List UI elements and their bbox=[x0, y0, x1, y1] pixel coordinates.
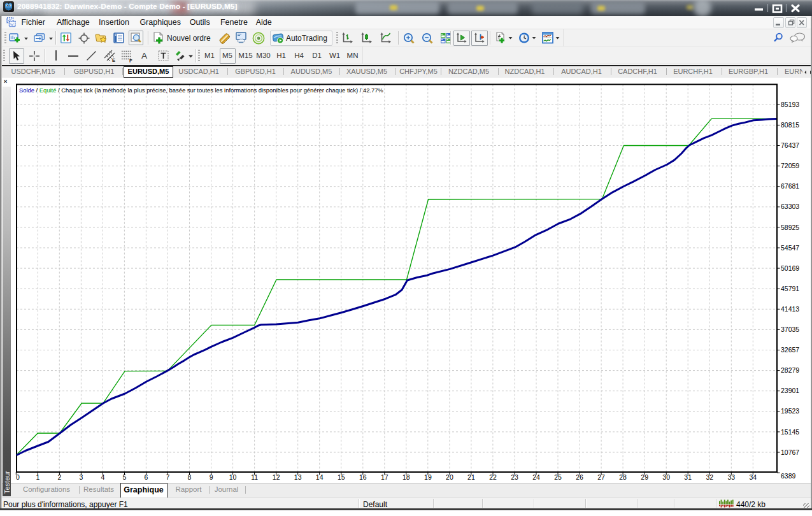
svg-text:7: 7 bbox=[166, 473, 170, 481]
svg-text:1: 1 bbox=[36, 473, 39, 481]
svg-text:37035: 37035 bbox=[781, 326, 799, 333]
svg-text:6389: 6389 bbox=[781, 472, 796, 480]
svg-text:22: 22 bbox=[489, 473, 497, 481]
svg-text:13: 13 bbox=[294, 473, 302, 481]
svg-text:6: 6 bbox=[145, 473, 148, 481]
svg-text:23901: 23901 bbox=[781, 387, 799, 394]
svg-text:E: E bbox=[112, 57, 115, 62]
svg-text:15145: 15145 bbox=[781, 428, 799, 436]
svg-text:8: 8 bbox=[188, 473, 192, 481]
svg-text:19523: 19523 bbox=[781, 407, 799, 415]
svg-text:29: 29 bbox=[641, 473, 648, 481]
svg-text:45791: 45791 bbox=[781, 285, 799, 292]
svg-text:54547: 54547 bbox=[781, 244, 799, 252]
svg-text:10767: 10767 bbox=[781, 448, 799, 456]
svg-text:34: 34 bbox=[749, 473, 757, 481]
svg-text:16: 16 bbox=[359, 473, 367, 481]
svg-text:26: 26 bbox=[576, 473, 583, 481]
svg-text:76437: 76437 bbox=[781, 141, 799, 149]
svg-text:33: 33 bbox=[727, 473, 735, 481]
svg-text:50169: 50169 bbox=[781, 264, 799, 272]
svg-text:23: 23 bbox=[511, 473, 518, 481]
svg-text:17: 17 bbox=[381, 473, 388, 481]
svg-text:32657: 32657 bbox=[781, 346, 799, 354]
svg-text:28279: 28279 bbox=[781, 366, 799, 374]
svg-text:32: 32 bbox=[706, 473, 713, 481]
svg-text:80815: 80815 bbox=[781, 121, 799, 129]
svg-text:12: 12 bbox=[273, 473, 280, 481]
svg-text:20: 20 bbox=[446, 473, 453, 481]
svg-text:24: 24 bbox=[532, 473, 540, 481]
svg-text:31: 31 bbox=[684, 473, 692, 481]
svg-text:4: 4 bbox=[101, 473, 104, 481]
svg-text:67681: 67681 bbox=[781, 182, 799, 190]
svg-text:5: 5 bbox=[123, 473, 127, 481]
svg-text:14: 14 bbox=[316, 473, 324, 481]
svg-text:63303: 63303 bbox=[781, 203, 799, 210]
svg-text:19: 19 bbox=[424, 473, 432, 481]
svg-text:58925: 58925 bbox=[781, 224, 799, 231]
svg-text:10: 10 bbox=[229, 473, 237, 481]
svg-text:21: 21 bbox=[467, 473, 475, 481]
svg-text:27: 27 bbox=[597, 473, 605, 481]
svg-text:0: 0 bbox=[16, 473, 20, 481]
svg-text:85193: 85193 bbox=[781, 101, 799, 108]
svg-text:15: 15 bbox=[338, 473, 345, 481]
svg-text:25: 25 bbox=[554, 473, 562, 481]
svg-text:9: 9 bbox=[210, 473, 213, 481]
svg-text:11: 11 bbox=[251, 473, 258, 481]
svg-text:2: 2 bbox=[57, 473, 61, 481]
svg-text:F: F bbox=[129, 58, 132, 63]
svg-text:30: 30 bbox=[662, 473, 670, 481]
svg-text:18: 18 bbox=[402, 473, 410, 481]
svg-text:41413: 41413 bbox=[781, 305, 799, 313]
svg-text:72059: 72059 bbox=[781, 162, 799, 169]
svg-text:3: 3 bbox=[79, 473, 83, 481]
svg-text:28: 28 bbox=[619, 473, 627, 481]
